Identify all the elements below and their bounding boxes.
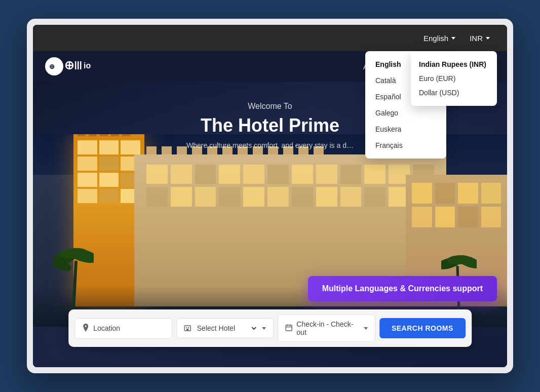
logo-icon: ⊕ bbox=[45, 57, 63, 75]
svg-text:io: io bbox=[84, 61, 91, 70]
browser-inner: English INR English Català Español Galeg… bbox=[33, 25, 507, 367]
currency-chevron-icon bbox=[486, 37, 490, 40]
svg-line-10 bbox=[73, 261, 76, 311]
svg-rect-6 bbox=[75, 61, 76, 69]
checkin-chevron-icon bbox=[364, 327, 368, 330]
svg-rect-7 bbox=[78, 61, 79, 69]
currency-button[interactable]: INR bbox=[465, 31, 495, 46]
feature-badge-text: Multiple Languages & Currencies support bbox=[322, 284, 483, 293]
logo: ⊕ io bbox=[45, 57, 96, 75]
feature-badge: Multiple Languages & Currencies support bbox=[308, 276, 497, 301]
hotel-select[interactable]: Select Hotel Hotel Prime Hotel Grand bbox=[195, 324, 258, 333]
hotel-icon bbox=[184, 324, 191, 333]
checkin-label: Check-in - Check-out bbox=[296, 320, 360, 336]
calendar-icon bbox=[285, 324, 292, 333]
language-chevron-icon bbox=[451, 37, 455, 40]
search-rooms-button[interactable]: SEARCH ROOMS bbox=[379, 318, 466, 338]
lang-option-francais[interactable]: Français bbox=[365, 137, 446, 153]
location-icon bbox=[82, 324, 89, 333]
lang-option-galego[interactable]: Galego bbox=[365, 105, 446, 121]
svg-rect-21 bbox=[188, 327, 189, 328]
search-bar: Location Select Hotel Hotel P bbox=[68, 309, 472, 347]
language-button[interactable]: English bbox=[418, 31, 460, 46]
location-label: Location bbox=[93, 324, 120, 332]
currency-option-eur[interactable]: Euro (EUR) bbox=[419, 71, 489, 86]
checkin-field[interactable]: Check-in - Check-out bbox=[278, 315, 375, 342]
svg-point-5 bbox=[68, 64, 70, 66]
svg-rect-22 bbox=[186, 329, 188, 331]
svg-rect-8 bbox=[80, 61, 82, 69]
svg-rect-20 bbox=[186, 327, 187, 328]
svg-text:⊕: ⊕ bbox=[49, 63, 55, 70]
currency-dropdown: Indian Rupees (INR) Euro (EUR) Dollar (U… bbox=[411, 51, 497, 106]
language-label: English bbox=[423, 34, 448, 43]
svg-rect-23 bbox=[286, 325, 292, 331]
location-field[interactable]: Location bbox=[74, 318, 172, 339]
top-bar: English INR bbox=[33, 25, 507, 51]
currency-option-inr[interactable]: Indian Rupees (INR) bbox=[419, 57, 489, 71]
currency-label: INR bbox=[470, 34, 483, 43]
browser-frame: English INR English Català Español Galeg… bbox=[27, 19, 513, 373]
lang-option-euskera[interactable]: Euskera bbox=[365, 121, 446, 137]
hotel-select-field[interactable]: Select Hotel Hotel Prime Hotel Grand bbox=[176, 318, 274, 338]
currency-option-usd[interactable]: Dollar (USD) bbox=[419, 86, 489, 100]
logo-text: io bbox=[65, 58, 96, 75]
hotel-chevron-icon bbox=[262, 327, 266, 330]
